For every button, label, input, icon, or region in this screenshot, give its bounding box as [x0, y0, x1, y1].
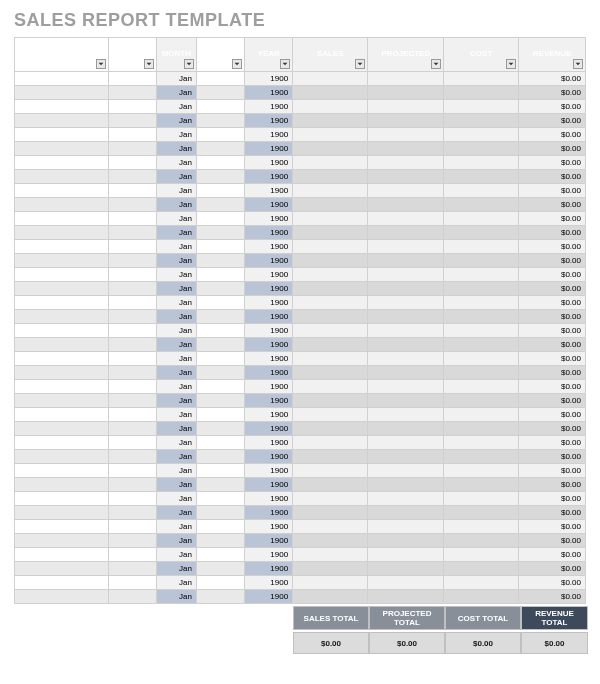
- cell-date[interactable]: [109, 184, 157, 198]
- cell-quarter[interactable]: [196, 310, 245, 324]
- cell-projected[interactable]: [368, 324, 444, 338]
- cell-year[interactable]: 1900: [245, 142, 293, 156]
- cell-sales[interactable]: [293, 576, 368, 590]
- cell-cost[interactable]: [444, 576, 519, 590]
- cell-revenue[interactable]: $0.00: [519, 296, 586, 310]
- cell-year[interactable]: 1900: [245, 436, 293, 450]
- cell-cost[interactable]: [444, 380, 519, 394]
- cell-cost[interactable]: [444, 282, 519, 296]
- cell-month[interactable]: Jan: [156, 380, 196, 394]
- cell-quarter[interactable]: [196, 520, 245, 534]
- cell-revenue[interactable]: $0.00: [519, 86, 586, 100]
- cell-projected[interactable]: [368, 212, 444, 226]
- cell-year[interactable]: 1900: [245, 366, 293, 380]
- cell-date[interactable]: [109, 436, 157, 450]
- cell-year[interactable]: 1900: [245, 268, 293, 282]
- cell-projected[interactable]: [368, 156, 444, 170]
- table-row[interactable]: Jan1900$0.00: [15, 310, 586, 324]
- cell-projected[interactable]: [368, 310, 444, 324]
- cell-date[interactable]: [109, 282, 157, 296]
- cell-quarter[interactable]: [196, 226, 245, 240]
- cell-quarter[interactable]: [196, 296, 245, 310]
- cell-revenue[interactable]: $0.00: [519, 450, 586, 464]
- cell-month[interactable]: Jan: [156, 422, 196, 436]
- cell-quarter[interactable]: [196, 72, 245, 86]
- cell-month[interactable]: Jan: [156, 156, 196, 170]
- table-row[interactable]: Jan1900$0.00: [15, 142, 586, 156]
- cell-month[interactable]: Jan: [156, 240, 196, 254]
- cell-projected[interactable]: [368, 100, 444, 114]
- cell-projected[interactable]: [368, 562, 444, 576]
- cell-quarter[interactable]: [196, 408, 245, 422]
- table-row[interactable]: Jan1900$0.00: [15, 352, 586, 366]
- cell-sales[interactable]: [293, 366, 368, 380]
- cell-date[interactable]: [109, 198, 157, 212]
- cell-year[interactable]: 1900: [245, 254, 293, 268]
- cell-date[interactable]: [109, 590, 157, 604]
- cell-year[interactable]: 1900: [245, 226, 293, 240]
- cell-quarter[interactable]: [196, 142, 245, 156]
- cell-revenue[interactable]: $0.00: [519, 268, 586, 282]
- cell-cost[interactable]: [444, 520, 519, 534]
- cell-projected[interactable]: [368, 590, 444, 604]
- cell-projected[interactable]: [368, 338, 444, 352]
- header-month[interactable]: MONTH: [156, 38, 196, 72]
- cell-revenue[interactable]: $0.00: [519, 142, 586, 156]
- cell-sales[interactable]: [293, 114, 368, 128]
- cell-month[interactable]: Jan: [156, 394, 196, 408]
- table-row[interactable]: Jan1900$0.00: [15, 436, 586, 450]
- cell-sales[interactable]: [293, 142, 368, 156]
- cell-date[interactable]: [109, 394, 157, 408]
- table-row[interactable]: Jan1900$0.00: [15, 562, 586, 576]
- cell-projected[interactable]: [368, 86, 444, 100]
- cell-month[interactable]: Jan: [156, 86, 196, 100]
- cell-projected[interactable]: [368, 254, 444, 268]
- cell-client[interactable]: [15, 548, 109, 562]
- cell-year[interactable]: 1900: [245, 324, 293, 338]
- filter-icon[interactable]: [96, 59, 106, 69]
- cell-client[interactable]: [15, 114, 109, 128]
- cell-client[interactable]: [15, 492, 109, 506]
- cell-projected[interactable]: [368, 492, 444, 506]
- cell-projected[interactable]: [368, 240, 444, 254]
- cell-sales[interactable]: [293, 380, 368, 394]
- cell-month[interactable]: Jan: [156, 366, 196, 380]
- cell-quarter[interactable]: [196, 324, 245, 338]
- cell-revenue[interactable]: $0.00: [519, 464, 586, 478]
- cell-date[interactable]: [109, 268, 157, 282]
- cell-quarter[interactable]: [196, 590, 245, 604]
- cell-projected[interactable]: [368, 128, 444, 142]
- cell-projected[interactable]: [368, 72, 444, 86]
- cell-projected[interactable]: [368, 394, 444, 408]
- cell-year[interactable]: 1900: [245, 338, 293, 352]
- cell-month[interactable]: Jan: [156, 338, 196, 352]
- cell-cost[interactable]: [444, 534, 519, 548]
- cell-month[interactable]: Jan: [156, 562, 196, 576]
- cell-month[interactable]: Jan: [156, 282, 196, 296]
- cell-month[interactable]: Jan: [156, 492, 196, 506]
- cell-date[interactable]: [109, 548, 157, 562]
- cell-client[interactable]: [15, 212, 109, 226]
- cell-quarter[interactable]: [196, 170, 245, 184]
- cell-projected[interactable]: [368, 142, 444, 156]
- cell-sales[interactable]: [293, 212, 368, 226]
- cell-year[interactable]: 1900: [245, 422, 293, 436]
- table-row[interactable]: Jan1900$0.00: [15, 184, 586, 198]
- table-row[interactable]: Jan1900$0.00: [15, 72, 586, 86]
- cell-cost[interactable]: [444, 464, 519, 478]
- cell-sales[interactable]: [293, 240, 368, 254]
- cell-quarter[interactable]: [196, 464, 245, 478]
- table-row[interactable]: Jan1900$0.00: [15, 366, 586, 380]
- cell-year[interactable]: 1900: [245, 548, 293, 562]
- cell-quarter[interactable]: [196, 534, 245, 548]
- cell-revenue[interactable]: $0.00: [519, 576, 586, 590]
- table-row[interactable]: Jan1900$0.00: [15, 380, 586, 394]
- cell-client[interactable]: [15, 562, 109, 576]
- cell-date[interactable]: [109, 380, 157, 394]
- cell-month[interactable]: Jan: [156, 310, 196, 324]
- cell-month[interactable]: Jan: [156, 576, 196, 590]
- cell-quarter[interactable]: [196, 366, 245, 380]
- cell-date[interactable]: [109, 520, 157, 534]
- cell-sales[interactable]: [293, 352, 368, 366]
- filter-icon[interactable]: [355, 59, 365, 69]
